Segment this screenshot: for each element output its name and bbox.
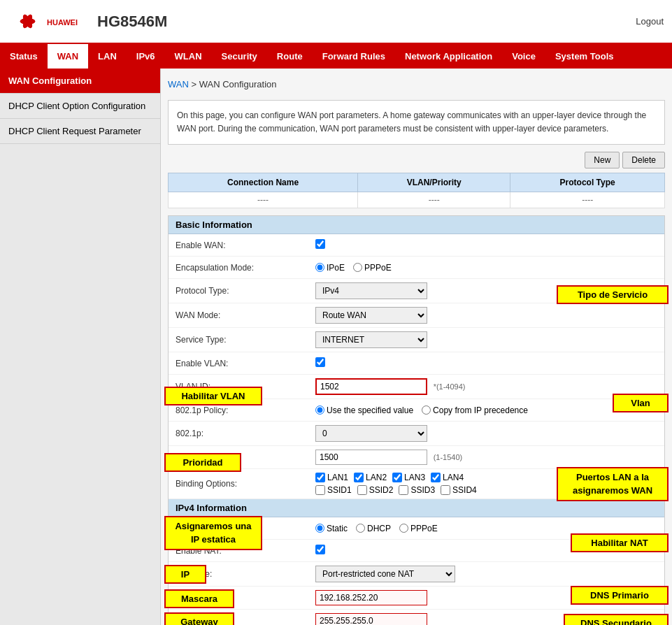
device-name: HG8546M xyxy=(97,13,167,31)
pppoe-option[interactable]: PPPoE xyxy=(353,263,392,273)
nav-ipv6[interactable]: IPv6 xyxy=(127,44,165,69)
lan2-checkbox[interactable] xyxy=(354,473,364,482)
copy-ip-option[interactable]: Copy from IP precedence xyxy=(422,405,528,415)
ipv4-info-header: IPv4 Information xyxy=(169,499,664,517)
lan3-label[interactable]: LAN3 xyxy=(392,473,425,482)
ssid2-checkbox[interactable] xyxy=(357,485,367,495)
col-vlan-priority: VLAN/Priority xyxy=(358,173,510,192)
logo-area: HUAWEI xyxy=(8,6,78,37)
nav-status[interactable]: Status xyxy=(0,44,48,69)
wan-config-form: Basic Information Enable WAN: Encapsulat… xyxy=(168,215,665,625)
cell-connection: ---- xyxy=(169,192,358,208)
encapsulation-row: Encapsulation Mode: IPoE PPPoE xyxy=(169,257,664,279)
vlan-id-hint: *(1-4094) xyxy=(434,382,466,391)
pppoe-ip-option[interactable]: PPPoE xyxy=(399,524,438,533)
enable-vlan-checkbox[interactable] xyxy=(315,357,325,367)
subnet-mask-input[interactable] xyxy=(315,613,427,625)
breadcrumb-parent[interactable]: WAN xyxy=(168,79,189,89)
ssid1-label[interactable]: SSID1 xyxy=(315,485,352,495)
ssid3-label[interactable]: SSID3 xyxy=(399,485,435,495)
wan-mode-control: Route WAN Bridge WAN xyxy=(315,307,657,324)
annotation-asignar-ip: Asignaremos unaIP estatica xyxy=(164,516,262,549)
enable-nat-checkbox[interactable] xyxy=(315,545,325,554)
mtu-input[interactable] xyxy=(315,450,427,465)
annotation-vlan: Vlan xyxy=(613,394,669,412)
enable-vlan-row: Enable VLAN: xyxy=(169,352,664,375)
nav-route[interactable]: Route xyxy=(267,44,313,69)
enable-wan-label: Enable WAN: xyxy=(176,240,315,250)
nav-system-tools[interactable]: System Tools xyxy=(545,44,624,69)
nav-wan[interactable]: WAN xyxy=(48,44,88,69)
nav-lan[interactable]: LAN xyxy=(88,44,127,69)
mtu-control: (1-1540) xyxy=(315,450,657,465)
annotation-ip: IP xyxy=(164,565,206,584)
new-button[interactable]: New xyxy=(585,152,620,168)
use-specified-option[interactable]: Use the specified value xyxy=(315,405,413,415)
vlan-policy-label: 802.1p Policy: xyxy=(176,405,315,415)
ssid1-checkbox[interactable] xyxy=(315,485,325,495)
mtu-row: MTU: (1-1540) xyxy=(169,446,664,469)
ip-address-input[interactable] xyxy=(315,590,427,605)
annotation-dns-primario: DNS Primario xyxy=(571,586,669,605)
main-content: WAN > WAN Configuration On this page, yo… xyxy=(161,69,672,625)
sidebar-dhcp-request[interactable]: DHCP Client Request Parameter xyxy=(0,119,160,144)
nav-wlan[interactable]: WLAN xyxy=(165,44,212,69)
service-type-select[interactable]: INTERNET TR069 OTHER xyxy=(315,331,427,348)
protocol-type-select[interactable]: IPv4 IPv6 IPv4/IPv6 xyxy=(315,282,427,299)
nat-type-select[interactable]: Port-restricted cone NAT Full cone NAT A… xyxy=(315,566,455,582)
ipoe-option[interactable]: IPoE xyxy=(315,263,345,273)
table-row: ---- ---- ---- xyxy=(169,192,665,208)
lan4-label[interactable]: LAN4 xyxy=(431,473,464,482)
breadcrumb-current: WAN Configuration xyxy=(199,79,277,89)
info-text: On this page, you can configure WAN port… xyxy=(177,110,646,134)
enable-wan-checkbox[interactable] xyxy=(315,239,325,249)
breadcrumb: WAN > WAN Configuration xyxy=(168,76,665,93)
mtu-hint: (1-1540) xyxy=(434,453,463,461)
ssid4-checkbox[interactable] xyxy=(441,485,450,495)
lan1-label[interactable]: LAN1 xyxy=(315,473,348,482)
lan4-checkbox[interactable] xyxy=(431,473,441,482)
nav-voice[interactable]: Voice xyxy=(502,44,545,69)
ssid2-label[interactable]: SSID2 xyxy=(357,485,394,495)
enable-vlan-control xyxy=(315,357,657,369)
8021p-row: 802.1p: 0 1 2 3 4 5 6 7 xyxy=(169,422,664,446)
wan-table: Connection Name VLAN/Priority Protocol T… xyxy=(168,173,665,208)
encapsulation-radio-group: IPoE PPPoE xyxy=(315,263,657,273)
annotation-dns-secundario: DNS Secundario xyxy=(564,614,669,625)
wan-mode-select[interactable]: Route WAN Bridge WAN xyxy=(315,307,427,324)
annotation-mascara: Mascara xyxy=(164,589,234,608)
8021p-select[interactable]: 0 1 2 3 4 5 6 7 xyxy=(315,425,427,442)
cell-protocol: ---- xyxy=(510,192,665,208)
col-connection-name: Connection Name xyxy=(169,173,358,192)
info-box: On this page, you can configure WAN port… xyxy=(168,100,665,145)
8021p-label: 802.1p: xyxy=(176,429,315,438)
static-option[interactable]: Static xyxy=(315,524,348,533)
vlan-id-input[interactable] xyxy=(315,378,427,395)
action-bar: New Delete xyxy=(168,152,665,168)
brand-label: HUAWEI xyxy=(47,18,78,27)
nat-type-row: NAT type: Port-restricted cone NAT Full … xyxy=(169,562,664,587)
vlan-policy-radio-group: Use the specified value Copy from IP pre… xyxy=(315,405,657,415)
nav-network-app[interactable]: Network Application xyxy=(395,44,502,69)
annotation-prioridad: Prioridad xyxy=(164,453,241,472)
header: HUAWEI HG8546M Logout xyxy=(0,0,672,44)
enable-wan-row: Enable WAN: xyxy=(169,234,664,257)
nav-forward-rules[interactable]: Forward Rules xyxy=(313,44,395,69)
dhcp-option[interactable]: DHCP xyxy=(356,524,391,533)
lan3-checkbox[interactable] xyxy=(392,473,402,482)
sidebar-dhcp-option[interactable]: DHCP Client Option Configuration xyxy=(0,94,160,119)
logout-button[interactable]: Logout xyxy=(636,16,664,27)
ssid4-label[interactable]: SSID4 xyxy=(441,485,477,495)
lan2-label[interactable]: LAN2 xyxy=(354,473,387,482)
ssid3-checkbox[interactable] xyxy=(399,485,408,495)
service-type-control: INTERNET TR069 OTHER xyxy=(315,331,657,348)
wan-mode-label: WAN Mode: xyxy=(176,310,315,320)
sidebar: WAN Configuration DHCP Client Option Con… xyxy=(0,69,161,625)
delete-button[interactable]: Delete xyxy=(622,152,665,168)
wan-mode-row: WAN Mode: Route WAN Bridge WAN xyxy=(169,303,664,328)
lan1-checkbox[interactable] xyxy=(315,473,325,482)
annotation-habilitar-vlan: Habilitar VLAN xyxy=(164,387,262,405)
ip-acquisition-control: Static DHCP PPPoE xyxy=(315,524,657,533)
nav-security[interactable]: Security xyxy=(212,44,267,69)
sidebar-wan-config[interactable]: WAN Configuration xyxy=(0,69,160,94)
